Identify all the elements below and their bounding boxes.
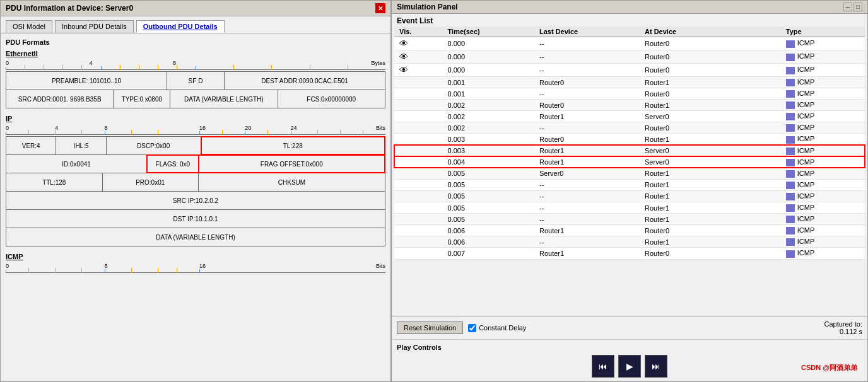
event-row-4[interactable]: 0.001--Router0ICMP xyxy=(394,88,865,100)
event-row-5[interactable]: 0.002Router0Router1ICMP xyxy=(394,100,865,111)
event-vis-16 xyxy=(394,225,443,236)
event-vis-5 xyxy=(394,100,443,111)
event-type-7: ICMP xyxy=(781,122,865,134)
event-row-10[interactable]: 0.004Router1Server0ICMP xyxy=(394,156,865,168)
event-last-device-1: -- xyxy=(534,50,640,64)
event-row-16[interactable]: 0.006Router1Router0ICMP xyxy=(394,225,865,236)
event-row-2[interactable]: 👁0.000--Router0ICMP xyxy=(394,64,865,77)
event-last-device-16: Router1 xyxy=(534,225,640,236)
ip-data-cell: DATA (VARIABLE LENGTH) xyxy=(6,228,385,246)
event-time-7: 0.002 xyxy=(443,122,534,134)
event-vis-4 xyxy=(394,88,443,100)
event-row-6[interactable]: 0.002Router1Server0ICMP xyxy=(394,111,865,122)
sfd-cell: SF D xyxy=(167,72,225,90)
event-list-header: Event List xyxy=(392,14,867,26)
event-list-container[interactable]: Vis. Time(sec) Last Device At Device Typ… xyxy=(392,26,867,316)
constant-delay-checkbox[interactable] xyxy=(468,324,476,332)
event-row-18[interactable]: 0.007Router1Router0ICMP xyxy=(394,248,865,259)
ip-row-5: DST IP:10.1.0.1 xyxy=(6,210,385,228)
event-vis-14 xyxy=(394,202,443,214)
event-at-device-7: Router0 xyxy=(640,122,781,134)
event-at-device-16: Router0 xyxy=(640,225,781,236)
icmp-ruler-0: 0 xyxy=(6,263,9,269)
event-at-device-12: Router1 xyxy=(640,179,781,190)
ip-section: IP 0 4 8 16 20 24 Bits xyxy=(6,115,385,246)
captured-label: Captured to: xyxy=(824,320,862,328)
event-row-12[interactable]: 0.005--Router1ICMP xyxy=(394,179,865,190)
ethernet-section: EthernetII 0 4 8 Bytes xyxy=(6,50,385,108)
left-panel: PDU Information at Device: Server0 ✕ OSI… xyxy=(0,0,391,382)
reset-simulation-button[interactable]: Reset Simulation xyxy=(397,321,463,334)
dest-addr-cell: DEST ADDR:0090.0CAC.E501 xyxy=(225,72,385,90)
event-time-4: 0.001 xyxy=(443,88,534,100)
chksum-cell: CHKSUM xyxy=(199,173,385,191)
tab-outbound-pdu[interactable]: Outbound PDU Details xyxy=(136,20,225,33)
event-time-12: 0.005 xyxy=(443,179,534,190)
event-row-17[interactable]: 0.006--Router1ICMP xyxy=(394,236,865,248)
constant-delay-text: Constant Delay xyxy=(479,324,526,332)
event-at-device-8: Router1 xyxy=(640,134,781,145)
event-last-device-4: -- xyxy=(534,88,640,100)
event-type-8: ICMP xyxy=(781,134,865,145)
event-time-9: 0.003 xyxy=(443,145,534,156)
event-at-device-17: Router1 xyxy=(640,236,781,248)
event-at-device-6: Server0 xyxy=(640,111,781,122)
event-vis-9 xyxy=(394,145,443,156)
event-last-device-15: -- xyxy=(534,214,640,225)
ip-row-6: DATA (VARIABLE LENGTH) xyxy=(6,228,385,246)
event-row-14[interactable]: 0.005--Router1ICMP xyxy=(394,202,865,214)
tab-inbound-pdu[interactable]: Inbound PDU Details xyxy=(55,20,134,33)
event-row-15[interactable]: 0.005--Router1ICMP xyxy=(394,214,865,225)
src-addr-cell: SRC ADDR:0001. 9698.B35B xyxy=(6,90,114,108)
ver-cell: VER:4 xyxy=(6,137,56,154)
play-button[interactable]: ▶ xyxy=(618,355,641,378)
event-vis-17 xyxy=(394,236,443,248)
fcs-cell: FCS:0x00000000 xyxy=(278,90,385,108)
event-row-3[interactable]: 0.001Router0Router1ICMP xyxy=(394,77,865,88)
event-vis-7 xyxy=(394,122,443,134)
event-row-8[interactable]: 0.003Router0Router1ICMP xyxy=(394,134,865,145)
ethernet-row-2: SRC ADDR:0001. 9698.B35B TYPE:0 x0800 DA… xyxy=(6,90,385,108)
event-time-2: 0.000 xyxy=(443,64,534,77)
event-type-15: ICMP xyxy=(781,214,865,225)
skip-forward-button[interactable]: ⏭ xyxy=(645,355,667,378)
event-row-1[interactable]: 👁0.000--Router0ICMP xyxy=(394,50,865,64)
captured-value: 0.112 s xyxy=(840,328,862,335)
event-row-9[interactable]: 0.003Router1Server0ICMP xyxy=(394,145,865,156)
right-panel-title: Simulation Panel ─ □ xyxy=(392,1,867,14)
event-last-device-9: Router1 xyxy=(534,145,640,156)
event-type-18: ICMP xyxy=(781,248,865,259)
event-type-1: ICMP xyxy=(781,50,865,64)
event-vis-1: 👁 xyxy=(394,50,443,64)
ip-title: IP xyxy=(6,115,385,122)
pdu-formats-label: PDU Formats xyxy=(6,38,385,46)
event-at-device-1: Router0 xyxy=(640,50,781,64)
maximize-button[interactable]: □ xyxy=(853,3,862,11)
minimize-button[interactable]: ─ xyxy=(843,3,852,11)
ruler-bytes: Bytes xyxy=(371,60,385,66)
event-time-8: 0.003 xyxy=(443,134,534,145)
event-row-0[interactable]: 👁0.000--Router0ICMP xyxy=(394,37,865,50)
event-type-3: ICMP xyxy=(781,77,865,88)
simulation-panel-title: Simulation Panel xyxy=(397,3,458,11)
event-row-7[interactable]: 0.002--Router0ICMP xyxy=(394,122,865,134)
event-last-device-14: -- xyxy=(534,202,640,214)
col-at-device: At Device xyxy=(640,26,781,37)
play-buttons: ⏮ ▶ ⏭ xyxy=(397,355,862,378)
event-vis-8 xyxy=(394,134,443,145)
event-at-device-18: Router0 xyxy=(640,248,781,259)
type-cell: TYPE:0 x0800 xyxy=(114,90,170,108)
event-row-13[interactable]: 0.005--Router1ICMP xyxy=(394,190,865,202)
event-row-11[interactable]: 0.005Server0Router1ICMP xyxy=(394,168,865,179)
event-last-device-11: Server0 xyxy=(534,168,640,179)
ip-ruler-16: 16 xyxy=(199,125,206,131)
event-time-10: 0.004 xyxy=(443,156,534,168)
event-last-device-8: Router0 xyxy=(534,134,640,145)
event-type-6: ICMP xyxy=(781,111,865,122)
event-time-13: 0.005 xyxy=(443,190,534,202)
skip-back-button[interactable]: ⏮ xyxy=(592,355,614,378)
event-time-6: 0.002 xyxy=(443,111,534,122)
preamble-cell: PREAMBLE: 101010..10 xyxy=(6,72,167,90)
close-button[interactable]: ✕ xyxy=(375,3,385,13)
tab-osi-model[interactable]: OSI Model xyxy=(6,20,52,33)
